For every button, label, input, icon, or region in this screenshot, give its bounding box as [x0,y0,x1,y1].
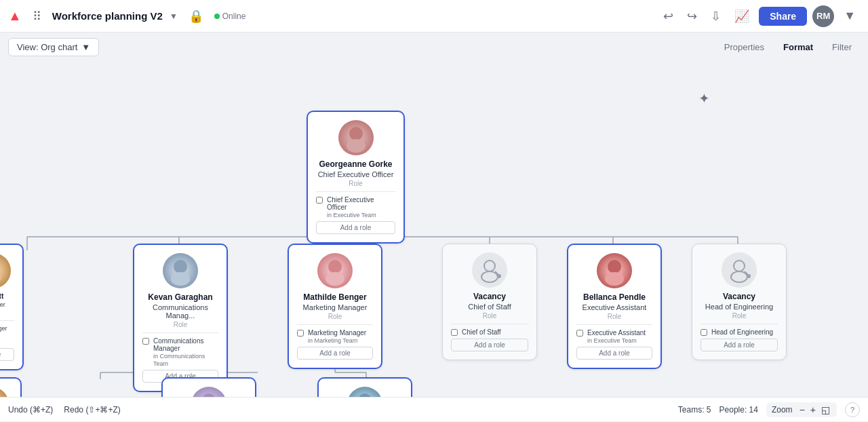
user-menu-chevron[interactable]: ▼ [840,6,860,26]
role-label-kevan: Role [142,321,218,333]
avatar-vacancy2 [722,252,757,288]
bottom-bar: Undo (⌘+Z) Redo (⇧+⌘+Z) Teams: 5 People:… [0,397,868,421]
properties-tab[interactable]: Properties [716,38,772,56]
teams-stat: Teams: 5 [678,405,711,415]
role-item-bellanca: Executive Assistant in Executive Team [576,329,652,344]
app-grid-button[interactable]: ⠿ [28,6,45,26]
avatar-mathilde [317,253,353,288]
view-chevron-icon: ▼ [81,42,90,52]
avatar-wynnie [191,387,226,397]
role-item-vacancy1: Chief of Staff [451,328,528,336]
download-button[interactable]: ⇩ [707,6,725,26]
card-bellanca[interactable]: Bellanca Pendle Executive Assistant Role… [567,244,662,369]
add-role-vacancy1[interactable]: Add a role [451,339,528,351]
zoom-control: Zoom − + ◱ [766,402,837,417]
svg-point-26 [497,274,501,278]
avatar-bellanca [597,253,632,288]
role-checkbox-kevan[interactable] [142,338,149,345]
role-checkbox-vacancy1[interactable] [451,329,458,336]
add-role-lippitt[interactable]: r role [0,348,14,361]
avatar-lippitt-bottom [0,387,9,397]
add-role-bellanca[interactable]: Add a role [576,347,652,360]
name-kevan: Kevan Garaghan [142,292,218,302]
svg-point-24 [481,271,498,282]
org-chart-canvas: Georgeanne Gorke Chief Executive Officer… [0,62,868,397]
share-button[interactable]: Share [759,7,807,26]
undo-button[interactable]: Undo (⌘+Z) [8,405,53,415]
role-title-kevan: Communications Manag... [142,303,218,320]
redo-button[interactable]: Redo (⇧+⌘+Z) [64,405,120,415]
header: ▲ ⠿ Workforce planning V2 ▼ 🔒 Online ↩ ↪… [0,0,868,33]
card-georgeanne[interactable]: Georgeanne Gorke Chief Executive Officer… [307,111,405,244]
name-bellanca: Bellanca Pendle [576,292,652,302]
role-checkbox-georgeanne[interactable] [316,197,323,204]
svg-point-16 [347,139,366,153]
analytics-button[interactable]: 📈 [730,6,753,26]
header-left: ▲ ⠿ Workforce planning V2 ▼ 🔒 Online [8,6,245,26]
role-checkbox-mathilde[interactable] [297,330,304,337]
role-label-vacancy1: Role [451,312,528,324]
logo-icon: ▲ [8,8,22,24]
role-item-vacancy2: Head of Engineering [701,328,778,336]
role-item-kevan: Communications Manager in Communications… [142,337,218,367]
view-label: View: Org chart [17,42,77,52]
role-title-lippitt: Manager [0,301,14,308]
card-kevan[interactable]: Kevan Garaghan Communications Manag... R… [133,244,228,392]
zoom-fit-button[interactable]: ◱ [820,404,831,415]
card-elfreda[interactable]: Elfreda Beert Marketing Associate Role M… [317,377,412,397]
avatar-georgeanne [338,120,374,155]
role-checkbox-bellanca[interactable] [576,330,583,337]
add-role-vacancy2[interactable]: Add a role [701,339,778,351]
user-avatar[interactable]: RM [812,5,834,27]
role-item-mathilde: Marketing Manager in Marketing Team [297,329,373,344]
online-label: Online [222,12,246,21]
name-georgeanne: Georgeanne Gorke [316,159,395,169]
zoom-out-button[interactable]: − [798,404,806,415]
svg-point-32 [747,274,751,278]
svg-point-22 [326,272,344,286]
card-mathilde[interactable]: Mathilde Benger Marketing Manager Role M… [288,244,382,369]
svg-point-18 [0,272,1,283]
role-title-vacancy2: Head of Engineering [701,303,778,311]
role-label-lippitt: Role [0,309,14,321]
header-right: ↩ ↪ ⇩ 📈 Share RM ▼ [659,5,860,27]
toolbar-right: Properties Format Filter [716,38,860,56]
bottom-right: Teams: 5 People: 14 Zoom − + ◱ ? [678,402,860,417]
redo-header-button[interactable]: ↪ [683,6,701,26]
role-item-lippitt: Managerations Team [0,325,14,345]
zoom-in-button[interactable]: + [809,404,817,415]
role-label-bellanca: Role [576,313,652,325]
view-selector[interactable]: View: Org chart ▼ [8,38,99,56]
undo-header-button[interactable]: ↩ [659,6,677,26]
svg-point-27 [608,260,621,273]
add-role-mathilde[interactable]: Add a role [297,347,373,360]
card-lippitt[interactable]: Lippitt Manager Role Managerations Team … [0,244,24,370]
svg-point-23 [484,261,495,271]
filter-tab[interactable]: Filter [824,38,860,56]
svg-point-30 [731,271,747,282]
lock-button[interactable]: 🔒 [184,6,208,26]
toolbar: View: Org chart ▼ Properties Format Filt… [0,33,868,62]
role-checkbox-vacancy2[interactable] [701,329,707,336]
svg-point-28 [605,272,624,286]
people-stat: People: 14 [719,405,758,415]
card-vacancy-eng[interactable]: Vacancy Head of Engineering Role Head of… [692,244,787,360]
card-lippitt-bottom[interactable]: Manager Role Managerations Team r role [0,377,22,397]
svg-point-37 [358,394,372,397]
help-button[interactable]: ? [845,402,860,417]
avatar-elfreda [347,387,382,397]
svg-point-19 [174,260,187,273]
role-item-georgeanne: Chief Executive Officer in Executive Tea… [316,196,395,218]
format-tab[interactable]: Format [775,38,821,56]
zoom-label: Zoom [772,405,793,415]
card-wynnie[interactable]: Wynnie Micah Community Manager Role Comm… [161,377,256,397]
svg-point-21 [328,260,342,273]
online-dot [214,14,220,19]
svg-point-20 [171,272,190,286]
org-chart: Georgeanne Gorke Chief Executive Officer… [0,62,868,397]
cursor-indicator: ✦ [698,90,710,107]
avatar-vacancy1 [472,252,507,288]
add-role-georgeanne[interactable]: Add a role [316,221,395,234]
card-vacancy-chief[interactable]: Vacancy Chief of Staff Role Chief of Sta… [442,244,537,360]
role-title-mathilde: Marketing Manager [297,303,373,311]
